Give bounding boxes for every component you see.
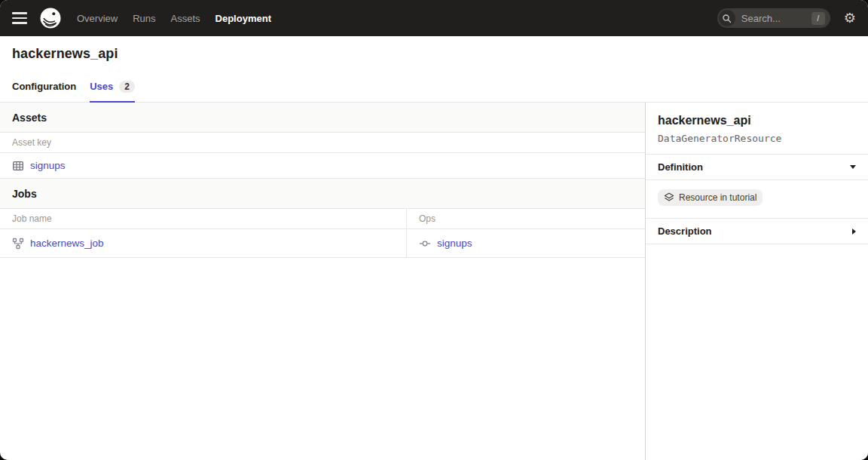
side-panel-title: hackernews_api — [658, 114, 856, 127]
top-navigation-bar: Overview Runs Assets Deployment Search..… — [0, 0, 868, 36]
dagster-logo-icon[interactable] — [39, 7, 62, 29]
asset-link-signups[interactable]: signups — [30, 160, 66, 171]
asset-table-icon — [12, 160, 24, 172]
asset-key-column-header: Asset key — [0, 137, 51, 148]
ops-column-header: Ops — [407, 213, 436, 224]
resource-tutorial-tag[interactable]: Resource in tutorial — [658, 189, 763, 206]
nav-item-assets[interactable]: Assets — [171, 13, 200, 24]
chevron-down-icon — [850, 165, 856, 169]
job-link-hackernews-job[interactable]: hackernews_job — [30, 238, 104, 249]
description-section-label: Description — [658, 225, 712, 237]
content-area: Assets Asset key signups Job — [0, 103, 868, 460]
definition-section-body: Resource in tutorial — [646, 179, 868, 218]
tab-uses-count-badge: 2 — [119, 81, 135, 93]
op-link-signups[interactable]: signups — [437, 238, 472, 249]
assets-section-title: Assets — [12, 112, 47, 124]
layers-icon — [664, 192, 674, 203]
job-row-hackernews-job: hackernews_job signups — [0, 229, 645, 258]
tab-uses-label: Uses — [90, 81, 113, 92]
assets-table-header: Asset key — [0, 133, 645, 153]
resource-tutorial-tag-label: Resource in tutorial — [679, 192, 756, 203]
tab-configuration-label: Configuration — [12, 81, 76, 92]
tab-configuration[interactable]: Configuration — [12, 71, 76, 102]
job-graph-icon — [12, 238, 24, 250]
op-node-icon — [419, 238, 431, 250]
jobs-section-title: Jobs — [12, 188, 37, 200]
jobs-section-header: Jobs — [0, 179, 645, 209]
resource-side-panel: hackernews_api DataGeneratorResource Def… — [645, 103, 868, 460]
tab-uses[interactable]: Uses 2 — [90, 71, 135, 102]
assets-section-header: Assets — [0, 103, 645, 133]
description-section-toggle[interactable]: Description — [646, 218, 868, 244]
jobs-table-header: Job name Ops — [0, 209, 645, 229]
job-name-column-header: Job name — [0, 213, 52, 224]
side-panel-header: hackernews_api DataGeneratorResource — [646, 103, 868, 154]
job-name-cell[interactable]: hackernews_job — [0, 229, 407, 258]
definition-section-toggle[interactable]: Definition — [646, 154, 868, 179]
menu-hamburger-icon[interactable] — [12, 12, 27, 24]
ops-cell[interactable]: signups — [407, 229, 645, 258]
primary-nav: Overview Runs Assets Deployment — [77, 13, 271, 24]
nav-item-overview[interactable]: Overview — [77, 13, 118, 24]
nav-item-deployment[interactable]: Deployment — [215, 13, 271, 24]
page-header: hackernews_api — [0, 36, 868, 71]
search-input[interactable]: Search... / — [717, 8, 830, 28]
tab-bar: Configuration Uses 2 — [0, 71, 868, 103]
side-panel-resource-type: DataGeneratorResource — [658, 133, 856, 144]
settings-gear-icon[interactable]: ⚙ — [844, 11, 856, 25]
definition-section-label: Definition — [658, 161, 703, 173]
search-placeholder: Search... — [741, 13, 811, 24]
uses-tables: Assets Asset key signups Job — [0, 103, 645, 460]
nav-item-runs[interactable]: Runs — [133, 13, 155, 24]
search-shortcut-key: / — [811, 12, 825, 25]
search-icon — [719, 10, 735, 26]
dagster-app-window: Overview Runs Assets Deployment Search..… — [0, 0, 868, 460]
page-title: hackernews_api — [12, 46, 856, 62]
asset-row-signups[interactable]: signups — [0, 153, 645, 179]
chevron-right-icon — [852, 228, 856, 235]
